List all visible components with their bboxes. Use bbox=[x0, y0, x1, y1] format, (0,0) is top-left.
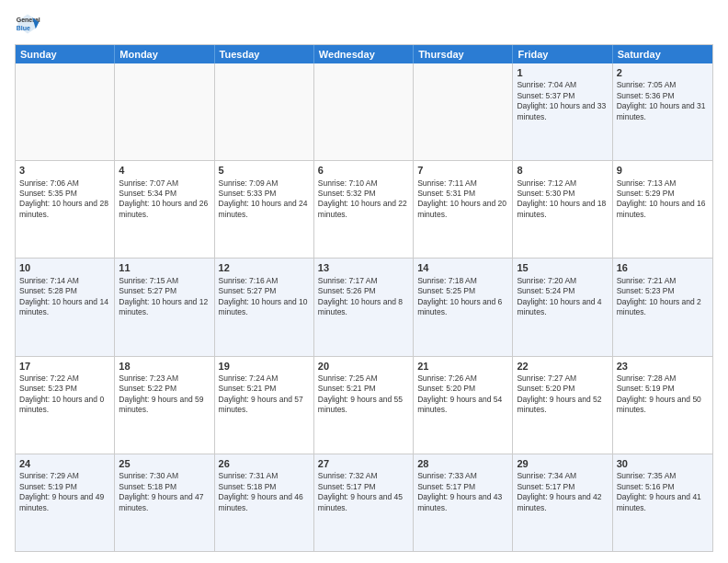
day-number: 15 bbox=[517, 261, 608, 274]
calendar-cell-empty bbox=[215, 63, 314, 160]
cell-details: Sunrise: 7:20 AM Sunset: 5:24 PM Dayligh… bbox=[517, 276, 608, 318]
calendar-cell-empty bbox=[115, 63, 214, 160]
calendar-row-0: 1Sunrise: 7:04 AM Sunset: 5:37 PM Daylig… bbox=[16, 63, 712, 160]
calendar-cell-1: 1Sunrise: 7:04 AM Sunset: 5:37 PM Daylig… bbox=[513, 63, 612, 160]
day-number: 14 bbox=[417, 261, 508, 274]
calendar-cell-12: 12Sunrise: 7:16 AM Sunset: 5:27 PM Dayli… bbox=[215, 259, 314, 355]
day-number: 28 bbox=[417, 457, 508, 470]
cell-details: Sunrise: 7:05 AM Sunset: 5:36 PM Dayligh… bbox=[617, 80, 709, 122]
calendar-cell-6: 6Sunrise: 7:10 AM Sunset: 5:32 PM Daylig… bbox=[314, 161, 414, 258]
calendar-cell-24: 24Sunrise: 7:29 AM Sunset: 5:19 PM Dayli… bbox=[16, 454, 115, 551]
header-day-sunday: Sunday bbox=[16, 45, 115, 63]
cell-details: Sunrise: 7:25 AM Sunset: 5:21 PM Dayligh… bbox=[318, 373, 409, 416]
svg-text:Blue: Blue bbox=[17, 25, 30, 31]
calendar-row-1: 3Sunrise: 7:06 AM Sunset: 5:35 PM Daylig… bbox=[16, 160, 712, 258]
calendar-cell-8: 8Sunrise: 7:12 AM Sunset: 5:30 PM Daylig… bbox=[513, 161, 612, 258]
day-number: 19 bbox=[219, 360, 310, 373]
calendar-body: 1Sunrise: 7:04 AM Sunset: 5:37 PM Daylig… bbox=[16, 63, 712, 551]
page: General Blue SundayMondayTuesdayWednesda… bbox=[0, 0, 728, 563]
calendar-cell-18: 18Sunrise: 7:23 AM Sunset: 5:22 PM Dayli… bbox=[115, 357, 214, 454]
calendar-cell-17: 17Sunrise: 7:22 AM Sunset: 5:23 PM Dayli… bbox=[16, 357, 115, 454]
cell-details: Sunrise: 7:10 AM Sunset: 5:32 PM Dayligh… bbox=[318, 178, 409, 221]
calendar-cell-13: 13Sunrise: 7:17 AM Sunset: 5:26 PM Dayli… bbox=[314, 259, 414, 355]
cell-details: Sunrise: 7:30 AM Sunset: 5:18 PM Dayligh… bbox=[119, 471, 210, 513]
calendar: SundayMondayTuesdayWednesdayThursdayFrid… bbox=[15, 44, 713, 552]
day-number: 4 bbox=[119, 164, 210, 177]
calendar-cell-9: 9Sunrise: 7:13 AM Sunset: 5:29 PM Daylig… bbox=[613, 161, 712, 258]
calendar-cell-29: 29Sunrise: 7:34 AM Sunset: 5:17 PM Dayli… bbox=[513, 454, 612, 551]
day-number: 5 bbox=[219, 164, 310, 177]
cell-details: Sunrise: 7:12 AM Sunset: 5:30 PM Dayligh… bbox=[517, 178, 608, 221]
day-number: 6 bbox=[318, 164, 409, 177]
cell-details: Sunrise: 7:26 AM Sunset: 5:20 PM Dayligh… bbox=[417, 373, 508, 416]
calendar-cell-4: 4Sunrise: 7:07 AM Sunset: 5:34 PM Daylig… bbox=[115, 161, 214, 258]
calendar-cell-26: 26Sunrise: 7:31 AM Sunset: 5:18 PM Dayli… bbox=[215, 454, 314, 551]
day-number: 24 bbox=[19, 457, 110, 470]
calendar-cell-27: 27Sunrise: 7:32 AM Sunset: 5:17 PM Dayli… bbox=[314, 454, 414, 551]
day-number: 7 bbox=[417, 164, 508, 177]
cell-details: Sunrise: 7:09 AM Sunset: 5:33 PM Dayligh… bbox=[219, 178, 310, 221]
day-number: 9 bbox=[617, 164, 709, 177]
calendar-cell-14: 14Sunrise: 7:18 AM Sunset: 5:25 PM Dayli… bbox=[414, 259, 513, 355]
cell-details: Sunrise: 7:29 AM Sunset: 5:19 PM Dayligh… bbox=[19, 471, 110, 513]
day-number: 26 bbox=[219, 457, 310, 470]
calendar-cell-16: 16Sunrise: 7:21 AM Sunset: 5:23 PM Dayli… bbox=[613, 259, 712, 355]
calendar-cell-empty bbox=[16, 63, 115, 160]
day-number: 2 bbox=[617, 66, 709, 79]
cell-details: Sunrise: 7:18 AM Sunset: 5:25 PM Dayligh… bbox=[417, 276, 508, 318]
day-number: 22 bbox=[517, 360, 608, 373]
calendar-cell-7: 7Sunrise: 7:11 AM Sunset: 5:31 PM Daylig… bbox=[414, 161, 513, 258]
header-day-friday: Friday bbox=[513, 45, 612, 63]
calendar-cell-3: 3Sunrise: 7:06 AM Sunset: 5:35 PM Daylig… bbox=[16, 161, 115, 258]
calendar-cell-empty bbox=[414, 63, 513, 160]
cell-details: Sunrise: 7:04 AM Sunset: 5:37 PM Dayligh… bbox=[517, 80, 608, 122]
cell-details: Sunrise: 7:11 AM Sunset: 5:31 PM Dayligh… bbox=[417, 178, 508, 221]
cell-details: Sunrise: 7:27 AM Sunset: 5:20 PM Dayligh… bbox=[517, 373, 608, 416]
cell-details: Sunrise: 7:21 AM Sunset: 5:23 PM Dayligh… bbox=[617, 276, 709, 318]
calendar-cell-15: 15Sunrise: 7:20 AM Sunset: 5:24 PM Dayli… bbox=[513, 259, 612, 355]
cell-details: Sunrise: 7:14 AM Sunset: 5:28 PM Dayligh… bbox=[19, 276, 110, 318]
day-number: 11 bbox=[119, 261, 210, 274]
cell-details: Sunrise: 7:31 AM Sunset: 5:18 PM Dayligh… bbox=[219, 471, 310, 513]
day-number: 10 bbox=[19, 261, 110, 274]
cell-details: Sunrise: 7:32 AM Sunset: 5:17 PM Dayligh… bbox=[318, 471, 409, 513]
header-day-saturday: Saturday bbox=[613, 45, 712, 63]
day-number: 20 bbox=[318, 360, 409, 373]
header-day-wednesday: Wednesday bbox=[314, 45, 414, 63]
calendar-cell-21: 21Sunrise: 7:26 AM Sunset: 5:20 PM Dayli… bbox=[414, 357, 513, 454]
calendar-row-2: 10Sunrise: 7:14 AM Sunset: 5:28 PM Dayli… bbox=[16, 258, 712, 355]
cell-details: Sunrise: 7:23 AM Sunset: 5:22 PM Dayligh… bbox=[119, 373, 210, 416]
day-number: 23 bbox=[617, 360, 709, 373]
cell-details: Sunrise: 7:06 AM Sunset: 5:35 PM Dayligh… bbox=[19, 178, 110, 221]
cell-details: Sunrise: 7:15 AM Sunset: 5:27 PM Dayligh… bbox=[119, 276, 210, 318]
cell-details: Sunrise: 7:35 AM Sunset: 5:16 PM Dayligh… bbox=[617, 471, 709, 513]
calendar-cell-10: 10Sunrise: 7:14 AM Sunset: 5:28 PM Dayli… bbox=[16, 259, 115, 355]
calendar-header: SundayMondayTuesdayWednesdayThursdayFrid… bbox=[16, 45, 712, 63]
calendar-cell-22: 22Sunrise: 7:27 AM Sunset: 5:20 PM Dayli… bbox=[513, 357, 612, 454]
cell-details: Sunrise: 7:16 AM Sunset: 5:27 PM Dayligh… bbox=[219, 276, 310, 318]
calendar-cell-5: 5Sunrise: 7:09 AM Sunset: 5:33 PM Daylig… bbox=[215, 161, 314, 258]
cell-details: Sunrise: 7:22 AM Sunset: 5:23 PM Dayligh… bbox=[19, 373, 110, 416]
day-number: 30 bbox=[617, 457, 709, 470]
cell-details: Sunrise: 7:33 AM Sunset: 5:17 PM Dayligh… bbox=[417, 471, 508, 513]
calendar-cell-28: 28Sunrise: 7:33 AM Sunset: 5:17 PM Dayli… bbox=[414, 454, 513, 551]
calendar-cell-empty bbox=[314, 63, 414, 160]
calendar-row-3: 17Sunrise: 7:22 AM Sunset: 5:23 PM Dayli… bbox=[16, 356, 712, 454]
cell-details: Sunrise: 7:28 AM Sunset: 5:19 PM Dayligh… bbox=[617, 373, 709, 416]
cell-details: Sunrise: 7:24 AM Sunset: 5:21 PM Dayligh… bbox=[219, 373, 310, 416]
cell-details: Sunrise: 7:17 AM Sunset: 5:26 PM Dayligh… bbox=[318, 276, 409, 318]
day-number: 3 bbox=[19, 164, 110, 177]
calendar-cell-2: 2Sunrise: 7:05 AM Sunset: 5:36 PM Daylig… bbox=[613, 63, 712, 160]
cell-details: Sunrise: 7:34 AM Sunset: 5:17 PM Dayligh… bbox=[517, 471, 608, 513]
day-number: 8 bbox=[517, 164, 608, 177]
calendar-cell-23: 23Sunrise: 7:28 AM Sunset: 5:19 PM Dayli… bbox=[613, 357, 712, 454]
header: General Blue bbox=[15, 11, 713, 37]
day-number: 12 bbox=[219, 261, 310, 274]
day-number: 1 bbox=[517, 66, 608, 79]
cell-details: Sunrise: 7:13 AM Sunset: 5:29 PM Dayligh… bbox=[617, 178, 709, 221]
logo-icon: General Blue bbox=[15, 11, 40, 37]
day-number: 13 bbox=[318, 261, 409, 274]
header-day-monday: Monday bbox=[115, 45, 214, 63]
day-number: 16 bbox=[617, 261, 709, 274]
logo: General Blue bbox=[15, 11, 44, 37]
